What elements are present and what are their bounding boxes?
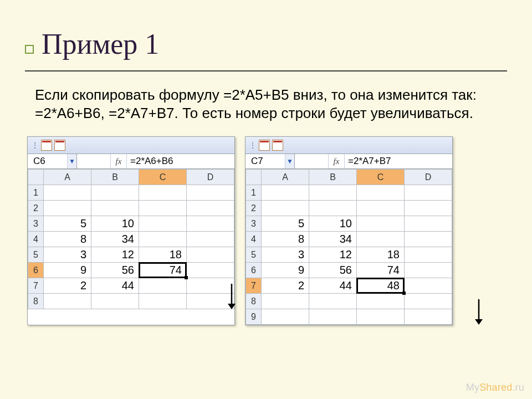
- cell-C7[interactable]: [139, 278, 187, 294]
- pdf-icon[interactable]: [272, 140, 283, 151]
- col-header-D[interactable]: D: [187, 170, 234, 185]
- cell-A5[interactable]: 3: [262, 247, 309, 263]
- cell-B8[interactable]: [91, 294, 139, 309]
- formula-input[interactable]: =2*A7+B7: [345, 154, 452, 168]
- row-header-5[interactable]: 5: [246, 247, 262, 263]
- cell-A3[interactable]: 5: [262, 216, 309, 232]
- cell-D7[interactable]: [187, 278, 234, 294]
- select-all-corner[interactable]: [28, 170, 44, 185]
- cell-A6[interactable]: 9: [262, 263, 309, 278]
- cell-C4[interactable]: [357, 232, 405, 247]
- cell-A7[interactable]: 2: [262, 278, 309, 294]
- cell-A7[interactable]: 2: [44, 278, 91, 294]
- cell-C6[interactable]: 74: [357, 263, 405, 278]
- cell-D6[interactable]: [187, 263, 234, 278]
- cell-grid[interactable]: ABCD123510483453121869567472444889: [245, 169, 452, 325]
- cell-B7[interactable]: 44: [91, 278, 139, 294]
- cell-B3[interactable]: 10: [91, 216, 139, 232]
- cell-A2[interactable]: [44, 201, 91, 216]
- row-header-2[interactable]: 2: [246, 201, 262, 216]
- cell-A5[interactable]: 3: [44, 247, 91, 263]
- row-header-9[interactable]: 9: [246, 309, 262, 325]
- cell-C7[interactable]: 48: [357, 278, 405, 294]
- fx-icon[interactable]: fx: [329, 154, 345, 168]
- cell-D3[interactable]: [405, 216, 452, 232]
- cell-A1[interactable]: [262, 185, 309, 201]
- cell-C9[interactable]: [357, 309, 405, 325]
- cell-D9[interactable]: [405, 309, 452, 325]
- cell-B6[interactable]: 56: [309, 263, 357, 278]
- col-header-C[interactable]: C: [357, 170, 405, 185]
- row-header-2[interactable]: 2: [28, 201, 44, 216]
- chevron-down-icon[interactable]: ▼: [285, 154, 294, 168]
- name-box[interactable]: C7▼: [245, 154, 295, 168]
- cell-C2[interactable]: [357, 201, 405, 216]
- cell-A1[interactable]: [44, 185, 91, 201]
- cell-D1[interactable]: [405, 185, 452, 201]
- cell-B7[interactable]: 44: [309, 278, 357, 294]
- cell-B1[interactable]: [309, 185, 357, 201]
- cell-B2[interactable]: [309, 201, 357, 216]
- name-box[interactable]: C6▼: [28, 154, 77, 168]
- cell-C6[interactable]: 74: [139, 263, 187, 278]
- cell-C8[interactable]: [357, 294, 405, 309]
- chevron-down-icon[interactable]: ▼: [67, 154, 76, 168]
- row-header-1[interactable]: 1: [28, 185, 44, 201]
- cell-D8[interactable]: [187, 294, 234, 309]
- row-header-4[interactable]: 4: [246, 232, 262, 247]
- cell-A3[interactable]: 5: [44, 216, 91, 232]
- cell-D4[interactable]: [187, 232, 234, 247]
- cell-B4[interactable]: 34: [309, 232, 357, 247]
- cell-C1[interactable]: [357, 185, 405, 201]
- row-header-8[interactable]: 8: [28, 294, 44, 309]
- row-header-8[interactable]: 8: [246, 294, 262, 309]
- cell-C5[interactable]: 18: [139, 247, 187, 263]
- cell-D8[interactable]: [405, 294, 452, 309]
- cell-B5[interactable]: 12: [91, 247, 139, 263]
- cell-C3[interactable]: [139, 216, 187, 232]
- row-header-4[interactable]: 4: [28, 232, 44, 247]
- col-header-C[interactable]: C: [139, 170, 187, 185]
- cell-A8[interactable]: [262, 294, 309, 309]
- row-header-7[interactable]: 7: [246, 278, 262, 294]
- cell-C5[interactable]: 18: [357, 247, 405, 263]
- col-header-A[interactable]: A: [44, 170, 91, 185]
- row-header-5[interactable]: 5: [28, 247, 44, 263]
- row-header-3[interactable]: 3: [246, 216, 262, 232]
- cell-C8[interactable]: [139, 294, 187, 309]
- cell-A2[interactable]: [262, 201, 309, 216]
- cell-D7[interactable]: [405, 278, 452, 294]
- col-header-B[interactable]: B: [91, 170, 139, 185]
- pdf-icon[interactable]: [54, 140, 65, 151]
- cell-D1[interactable]: [187, 185, 234, 201]
- pdf-icon[interactable]: [41, 140, 52, 151]
- row-header-7[interactable]: 7: [28, 278, 44, 294]
- row-header-6[interactable]: 6: [246, 263, 262, 278]
- cell-A8[interactable]: [44, 294, 91, 309]
- cell-C1[interactable]: [139, 185, 187, 201]
- fx-icon[interactable]: fx: [111, 154, 127, 168]
- row-header-3[interactable]: 3: [28, 216, 44, 232]
- cell-C3[interactable]: [357, 216, 405, 232]
- cell-B3[interactable]: 10: [309, 216, 357, 232]
- cell-A4[interactable]: 8: [262, 232, 309, 247]
- cell-A4[interactable]: 8: [44, 232, 91, 247]
- cell-B2[interactable]: [91, 201, 139, 216]
- cell-B5[interactable]: 12: [309, 247, 357, 263]
- cell-D3[interactable]: [187, 216, 234, 232]
- cell-grid[interactable]: ABCD123510483453121869567472448: [28, 169, 234, 309]
- cell-D5[interactable]: [405, 247, 452, 263]
- cell-C4[interactable]: [139, 232, 187, 247]
- cell-D6[interactable]: [405, 263, 452, 278]
- cell-A9[interactable]: [262, 309, 309, 325]
- cell-B9[interactable]: [309, 309, 357, 325]
- formula-input[interactable]: =2*A6+B6: [127, 154, 234, 168]
- pdf-icon[interactable]: [259, 140, 270, 151]
- cell-D4[interactable]: [405, 232, 452, 247]
- col-header-A[interactable]: A: [262, 170, 309, 185]
- cell-D2[interactable]: [405, 201, 452, 216]
- cell-B6[interactable]: 56: [91, 263, 139, 278]
- row-header-6[interactable]: 6: [28, 263, 44, 278]
- row-header-1[interactable]: 1: [246, 185, 262, 201]
- select-all-corner[interactable]: [246, 170, 262, 185]
